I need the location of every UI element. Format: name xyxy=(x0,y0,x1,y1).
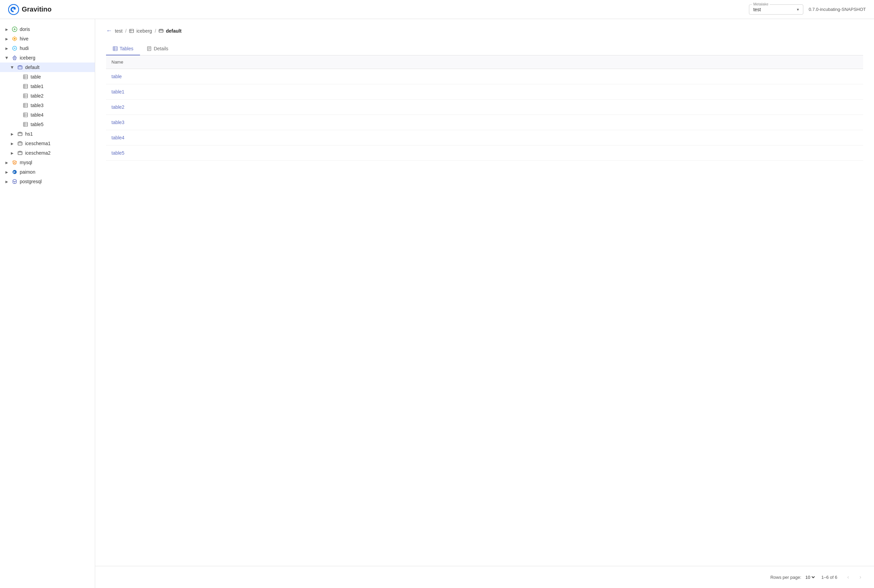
pagination-nav: ‹ › xyxy=(843,572,866,582)
doris-icon xyxy=(12,26,18,32)
tab-details[interactable]: Details xyxy=(140,42,175,56)
expand-arrow-icon: ▶ xyxy=(9,151,15,155)
tab-tables[interactable]: Tables xyxy=(106,42,140,56)
sidebar-item-label: table5 xyxy=(31,122,43,127)
sidebar-item-iceberg[interactable]: ▶ iceberg xyxy=(0,53,95,63)
schema-icon xyxy=(17,131,23,137)
sidebar-item-table3[interactable]: ▶ table3 xyxy=(0,100,95,110)
table-icon xyxy=(22,112,28,118)
sidebar-item-label: doris xyxy=(20,27,30,32)
sidebar-item-paimon[interactable]: ▶ P paimon xyxy=(0,167,95,177)
back-button[interactable]: ← xyxy=(106,27,112,34)
svg-point-41 xyxy=(13,180,16,182)
next-page-button[interactable]: › xyxy=(855,572,866,582)
expand-arrow-icon: ▶ xyxy=(10,64,14,70)
table-row[interactable]: table2 xyxy=(106,100,863,115)
prev-page-button[interactable]: ‹ xyxy=(843,572,854,582)
sidebar-item-label: hs1 xyxy=(25,131,33,136)
sidebar-item-label: mysql xyxy=(20,160,32,165)
rows-per-page-label: Rows per page: xyxy=(771,575,801,580)
svg-marker-3 xyxy=(13,38,16,40)
sidebar-item-label: iceschema1 xyxy=(25,141,51,146)
sidebar-item-hive[interactable]: ▶ hive xyxy=(0,34,95,44)
sidebar-item-hs1[interactable]: ▶ hs1 xyxy=(0,129,95,139)
sidebar-item-table1[interactable]: ▶ table1 xyxy=(0,82,95,91)
tab-tables-label: Tables xyxy=(120,46,133,51)
svg-rect-37 xyxy=(18,152,22,154)
pagination-range: 1–6 of 6 xyxy=(822,575,837,580)
sidebar-item-label: table4 xyxy=(31,112,43,118)
sidebar-item-hudi[interactable]: ▶ hudi xyxy=(0,44,95,53)
sidebar-item-label: postgresql xyxy=(20,179,42,184)
sidebar-item-iceschema1[interactable]: ▶ iceschema1 xyxy=(0,139,95,148)
sidebar-item-label: iceschema2 xyxy=(25,150,51,156)
table-tab-icon xyxy=(113,46,118,51)
sidebar-item-default[interactable]: ▶ default xyxy=(0,63,95,72)
schema-icon xyxy=(17,150,23,156)
app-header: Gravitino Metalake test ▾ 0.7.0-incubati… xyxy=(0,0,874,19)
details-tab-icon xyxy=(147,46,151,51)
table-row-link[interactable]: table3 xyxy=(111,120,124,125)
breadcrumb-default: default xyxy=(159,28,181,34)
sidebar-item-label: table xyxy=(31,74,41,80)
metalake-value: test xyxy=(753,7,794,12)
iceberg-icon xyxy=(12,55,18,61)
svg-rect-43 xyxy=(129,29,133,33)
svg-rect-17 xyxy=(24,94,27,98)
tables-table: Name tabletable1table2table3table4table5 xyxy=(106,56,863,161)
table-row[interactable]: table3 xyxy=(106,115,863,130)
table-row[interactable]: table xyxy=(106,69,863,84)
sidebar-item-label: table1 xyxy=(31,84,43,89)
svg-rect-7 xyxy=(18,66,22,69)
sidebar-item-table4[interactable]: ▶ table4 xyxy=(0,110,95,120)
breadcrumb-test[interactable]: test xyxy=(115,28,123,34)
main-content: ← test / iceberg / default Tables xyxy=(95,19,874,588)
expand-arrow-icon: ▶ xyxy=(4,46,9,50)
sidebar-item-mysql[interactable]: ▶ mysql xyxy=(0,158,95,167)
expand-arrow-icon: ▶ xyxy=(4,170,9,174)
rows-per-page: Rows per page: 10 25 50 xyxy=(771,574,816,580)
svg-text:P: P xyxy=(13,171,15,174)
svg-rect-48 xyxy=(113,46,117,51)
svg-marker-6 xyxy=(13,56,16,59)
table-row-link[interactable]: table4 xyxy=(111,135,124,140)
metalake-label: Metalake xyxy=(752,2,770,6)
app-logo: Gravitino xyxy=(8,4,52,15)
sidebar-item-table[interactable]: ▶ table xyxy=(0,72,95,82)
svg-rect-13 xyxy=(24,84,27,88)
sidebar-item-label: iceberg xyxy=(20,55,35,60)
breadcrumb-iceberg[interactable]: iceberg xyxy=(129,28,152,34)
metalake-selector[interactable]: Metalake test ▾ xyxy=(749,4,803,15)
table-icon xyxy=(22,93,28,99)
paimon-icon: P xyxy=(12,169,18,175)
sidebar-item-label: hudi xyxy=(20,45,28,51)
sidebar-item-postgresql[interactable]: ▶ postgresql xyxy=(0,177,95,186)
hive-icon xyxy=(12,36,18,42)
tab-details-label: Details xyxy=(154,46,168,51)
sidebar-item-table5[interactable]: ▶ table5 xyxy=(0,120,95,129)
sidebar-item-label: table2 xyxy=(31,93,43,99)
sidebar-item-label: hive xyxy=(20,36,28,42)
table-row[interactable]: table4 xyxy=(106,130,863,146)
mysql-icon xyxy=(12,159,18,165)
sidebar-item-label: paimon xyxy=(20,169,35,175)
expand-arrow-icon: ▶ xyxy=(9,142,15,146)
svg-rect-21 xyxy=(24,104,27,107)
table-row[interactable]: table1 xyxy=(106,84,863,100)
rows-per-page-select[interactable]: 10 25 50 xyxy=(804,574,816,580)
expand-arrow-icon: ▶ xyxy=(4,180,9,183)
sidebar-item-doris[interactable]: ▶ doris xyxy=(0,24,95,34)
sidebar-item-table2[interactable]: ▶ table2 xyxy=(0,91,95,100)
table-row-link[interactable]: table5 xyxy=(111,150,124,156)
sidebar: ▶ doris ▶ hive ▶ hudi ▶ xyxy=(0,19,95,588)
table-icon xyxy=(22,122,28,128)
sidebar-item-iceschema2[interactable]: ▶ iceschema2 xyxy=(0,148,95,158)
expand-arrow-icon: ▶ xyxy=(4,37,9,41)
table-row-link[interactable]: table1 xyxy=(111,89,124,94)
table-icon xyxy=(22,74,28,80)
svg-rect-25 xyxy=(24,113,27,117)
table-row-link[interactable]: table xyxy=(111,74,121,79)
table-row-link[interactable]: table2 xyxy=(111,104,124,110)
table-row[interactable]: table5 xyxy=(106,146,863,161)
pagination: Rows per page: 10 25 50 1–6 of 6 ‹ › xyxy=(95,566,874,588)
